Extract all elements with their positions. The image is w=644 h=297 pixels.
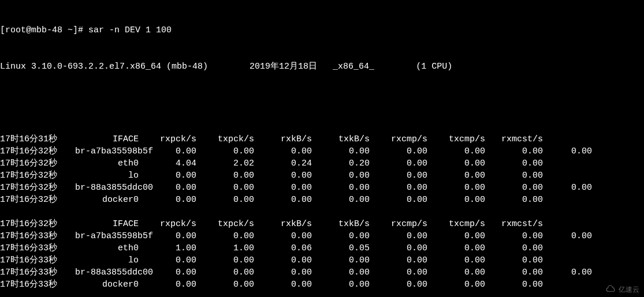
terminal-output[interactable]: [root@mbb-48 ~]# sar -n DEV 1 100 Linux … [0, 0, 644, 297]
sar-data-row: 17时16分32秒br-a7ba35598b5f0.000.000.000.00… [0, 145, 644, 157]
sar-data-row: 17时16分33秒br-88a3855ddc000.000.000.000.00… [0, 266, 644, 279]
row-value: 1.00 [196, 242, 254, 254]
row-value: 0.06 [254, 242, 312, 254]
row-value: 0.00 [370, 266, 427, 279]
row-value: 0.00 [312, 266, 370, 279]
row-iface: br-88a3855ddc00 [75, 182, 139, 194]
row-value: 0.00 [196, 194, 254, 206]
row-value: 0.00 [370, 254, 427, 266]
row-value: 0.00 [196, 230, 254, 242]
row-time: 17时16分32秒 [0, 194, 75, 206]
row-value: 0.24 [254, 157, 312, 170]
row-value: 0.00 [254, 170, 312, 182]
row-iface: br-a7ba35598b5f [75, 230, 139, 242]
row-time: 17时16分33秒 [0, 279, 75, 291]
row-value: 0.00 [427, 266, 485, 279]
sar-data-row: 17时16分32秒br-88a3855ddc000.000.000.000.00… [0, 182, 644, 194]
kernel-info: Linux 3.10.0-693.2.2.el7.x86_64 (mbb-48) [0, 62, 208, 72]
row-value: 2.02 [196, 157, 254, 170]
system-line: Linux 3.10.0-693.2.2.el7.x86_64 (mbb-48)… [0, 61, 644, 73]
sys-spacer3 [374, 62, 416, 72]
row-time: 17时16分33秒 [0, 266, 75, 279]
row-value: 0.00 [485, 279, 543, 291]
header-time: 17时16分31秒 [0, 133, 75, 145]
row-value: 0.00 [485, 230, 543, 242]
row-value: 0.00 [196, 182, 254, 194]
row-value: 0.05 [312, 242, 370, 254]
sar-data-row: 17时16分32秒docker00.000.000.000.000.000.00… [0, 194, 644, 206]
row-iface: docker0 [75, 279, 139, 291]
header-col: rxpck/s [139, 218, 196, 230]
sar-data-row: 17时16分32秒lo0.000.000.000.000.000.000.00 [0, 170, 644, 182]
cpu-info: (1 CPU) [416, 62, 452, 72]
row-time: 17时16分33秒 [0, 242, 75, 254]
row-value: 0.00 [485, 157, 543, 170]
sys-spacer2 [317, 62, 333, 72]
command-text: sar -n DEV 1 100 [88, 25, 172, 35]
row-value: 0.00 [254, 266, 312, 279]
row-value: 0.00 [370, 194, 427, 206]
row-value: 0.00 [312, 279, 370, 291]
watermark: 亿速云 [606, 285, 639, 294]
row-value: 0.00 [370, 170, 427, 182]
blank-line [0, 291, 644, 297]
date-info: 2019年12月18日 [250, 62, 317, 72]
row-value: 0.00 [312, 170, 370, 182]
row-iface: br-a7ba35598b5f [75, 145, 139, 157]
row-time: 17时16分33秒 [0, 254, 75, 266]
row-value: 0.00 [196, 145, 254, 157]
row-value: 0.00 [254, 254, 312, 266]
row-value: 0.00 [427, 242, 485, 254]
header-col: rxcmp/s [370, 218, 427, 230]
row-extra: 0.00 [543, 182, 592, 194]
row-value: 0.00 [485, 170, 543, 182]
row-value: 1.00 [139, 242, 196, 254]
row-value: 0.00 [485, 145, 543, 157]
prompt-line: [root@mbb-48 ~]# sar -n DEV 1 100 [0, 24, 644, 36]
row-value: 0.00 [485, 182, 543, 194]
sar-data-row: 17时16分33秒lo0.000.000.000.000.000.000.00 [0, 254, 644, 266]
row-iface: br-88a3855ddc00 [75, 266, 139, 279]
row-value: 0.00 [427, 170, 485, 182]
row-time: 17时16分32秒 [0, 145, 75, 157]
row-value: 0.00 [312, 230, 370, 242]
arch-info: _x86_64_ [333, 62, 374, 72]
row-iface: eth0 [75, 242, 139, 254]
row-value: 0.00 [370, 182, 427, 194]
header-col: rxkB/s [254, 218, 312, 230]
row-time: 17时16分33秒 [0, 230, 75, 242]
shell-prompt: [root@mbb-48 ~]# [0, 25, 88, 35]
header-col: txpck/s [196, 133, 254, 145]
header-col: txcmp/s [427, 133, 485, 145]
row-value: 0.20 [312, 157, 370, 170]
header-col: txkB/s [312, 133, 370, 145]
header-col: rxmcst/s [485, 133, 543, 145]
row-value: 0.00 [312, 254, 370, 266]
blank-line [0, 97, 644, 109]
header-iface: IFACE [75, 133, 139, 145]
header-iface: IFACE [75, 218, 139, 230]
row-extra: 0.00 [543, 145, 592, 157]
row-value: 0.00 [139, 145, 196, 157]
row-iface: lo [75, 170, 139, 182]
row-value: 0.00 [485, 254, 543, 266]
row-value: 0.00 [139, 279, 196, 291]
row-value: 0.00 [196, 279, 254, 291]
row-value: 0.00 [312, 194, 370, 206]
sar-data-row: 17时16分33秒docker00.000.000.000.000.000.00… [0, 279, 644, 291]
row-time: 17时16分32秒 [0, 170, 75, 182]
row-value: 0.00 [427, 230, 485, 242]
row-value: 0.00 [254, 182, 312, 194]
row-time: 17时16分32秒 [0, 157, 75, 170]
watermark-text: 亿速云 [619, 285, 639, 294]
row-value: 0.00 [254, 145, 312, 157]
sar-header-row: 17时16分32秒IFACErxpck/stxpck/srxkB/stxkB/s… [0, 218, 644, 230]
row-value: 0.00 [139, 194, 196, 206]
row-value: 0.00 [254, 194, 312, 206]
row-time: 17时16分32秒 [0, 182, 75, 194]
header-col: txkB/s [312, 218, 370, 230]
row-value: 0.00 [485, 266, 543, 279]
row-extra: 0.00 [543, 266, 592, 279]
row-value: 0.00 [254, 230, 312, 242]
row-value: 0.00 [139, 170, 196, 182]
